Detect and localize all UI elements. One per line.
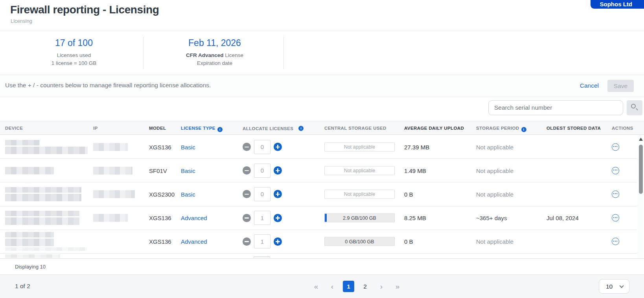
table-scrollbar[interactable] bbox=[638, 135, 644, 258]
expiration-stat: Feb 11, 2026 CFR Advanced License Expira… bbox=[148, 38, 282, 68]
allocate-counter bbox=[243, 234, 282, 248]
central-storage-cell: 0 GB/100 GB bbox=[324, 237, 395, 246]
allocate-input[interactable] bbox=[254, 187, 270, 201]
device-cell bbox=[5, 211, 79, 225]
redacted-device-name bbox=[5, 187, 81, 193]
first-page-button[interactable]: « bbox=[311, 281, 322, 292]
search-input[interactable] bbox=[488, 100, 623, 115]
storage-period-cell: ~365+ days bbox=[476, 215, 507, 221]
increment-button[interactable] bbox=[274, 237, 282, 246]
storage-period-cell: Not applicable bbox=[476, 191, 513, 197]
info-icon[interactable]: i bbox=[298, 126, 304, 131]
stat-divider bbox=[283, 37, 284, 69]
instruction-text: Use the + / - counters below to manage f… bbox=[5, 82, 211, 89]
cancel-button[interactable]: Cancel bbox=[580, 82, 599, 89]
last-page-button[interactable]: » bbox=[392, 281, 403, 292]
page-info: 1 of 2 bbox=[15, 283, 30, 290]
avg-daily-upload-cell: 27.39 MB bbox=[404, 143, 429, 150]
increment-button[interactable] bbox=[274, 190, 282, 198]
allocate-counter bbox=[243, 187, 282, 201]
row-action-icon[interactable] bbox=[612, 143, 619, 151]
save-button[interactable]: Save bbox=[607, 80, 634, 92]
redacted-device-name bbox=[5, 254, 60, 258]
allocate-counter bbox=[243, 140, 282, 154]
row-action-icon[interactable] bbox=[612, 238, 619, 245]
redacted-ip bbox=[93, 167, 132, 175]
license-type-link[interactable]: Advanced bbox=[181, 238, 207, 245]
redacted-ip bbox=[93, 190, 135, 198]
scroll-up-arrow-icon[interactable] bbox=[639, 138, 643, 141]
previous-page-button[interactable]: ‹ bbox=[327, 281, 338, 292]
avg-daily-upload-cell: 0 B bbox=[404, 238, 413, 245]
storage-period-cell: Not applicable bbox=[476, 238, 513, 245]
allocate-input[interactable] bbox=[254, 164, 270, 178]
stat-divider bbox=[143, 37, 144, 69]
table-row-partial bbox=[0, 254, 637, 258]
info-icon[interactable]: i bbox=[217, 127, 223, 132]
info-icon[interactable]: i bbox=[521, 127, 526, 132]
ip-cell bbox=[93, 143, 128, 151]
model-cell: XGS136 bbox=[149, 238, 171, 245]
scrollbar-thumb[interactable] bbox=[639, 145, 643, 194]
decrement-button[interactable] bbox=[243, 190, 251, 198]
expiration-license-label: CFR Advanced License bbox=[148, 52, 282, 59]
page-size-select[interactable]: 10 bbox=[599, 279, 629, 294]
storage-text: Not applicable bbox=[344, 191, 375, 197]
allocate-counter bbox=[243, 164, 282, 178]
row-action-icon[interactable] bbox=[612, 167, 619, 174]
allocate-counter bbox=[243, 211, 282, 225]
page-button-2[interactable]: 2 bbox=[359, 281, 371, 292]
next-page-button[interactable]: › bbox=[376, 281, 387, 292]
displaying-bar: Displaying 10 bbox=[0, 258, 644, 274]
license-type-link[interactable]: Basic bbox=[181, 143, 195, 150]
model-cell: SF01V bbox=[149, 167, 167, 174]
search-row bbox=[0, 97, 644, 121]
actions-cell bbox=[612, 238, 619, 245]
redacted-device-name bbox=[5, 232, 54, 237]
storage-period-cell: Not applicable bbox=[476, 167, 513, 174]
search-button[interactable] bbox=[627, 100, 642, 115]
redacted-device-name bbox=[5, 167, 54, 174]
actions-cell bbox=[612, 190, 619, 198]
column-header-storage: CENTRAL STORAGE USED bbox=[324, 126, 386, 131]
page-button-1[interactable]: 1 bbox=[343, 281, 354, 292]
column-header-license: LICENSE TYPEi bbox=[181, 126, 223, 132]
device-cell bbox=[5, 140, 88, 154]
allocate-input[interactable] bbox=[254, 234, 270, 248]
decrement-button[interactable] bbox=[243, 214, 251, 222]
license-type-link[interactable]: Basic bbox=[181, 167, 195, 174]
central-storage-cell: Not applicable bbox=[324, 189, 395, 199]
decrement-button[interactable] bbox=[243, 143, 251, 151]
allocate-input[interactable] bbox=[254, 140, 270, 154]
license-type-link[interactable]: Basic bbox=[181, 191, 195, 197]
storage-text: 2.9 GB/100 GB bbox=[343, 215, 376, 221]
allocate-input[interactable] bbox=[254, 211, 270, 225]
increment-button[interactable] bbox=[274, 143, 282, 151]
central-storage-cell: 2.9 GB/100 GB bbox=[324, 213, 395, 223]
device-cell bbox=[5, 232, 87, 251]
chevron-down-icon bbox=[619, 283, 624, 288]
table-row: XGS136BasicNot applicable27.39 MBNot app… bbox=[0, 135, 637, 159]
column-header-oldest: OLDEST STORED DATA bbox=[546, 126, 601, 131]
storage-period-cell: Not applicable bbox=[476, 143, 513, 150]
model-cell: XGS136 bbox=[149, 143, 171, 150]
redacted-device-name bbox=[5, 147, 88, 154]
licenses-used-value: 17 of 100 bbox=[7, 38, 141, 48]
redacted-device-name bbox=[5, 194, 81, 201]
redacted-device-name bbox=[5, 211, 79, 216]
column-header-model: MODEL bbox=[149, 126, 166, 131]
row-action-icon[interactable] bbox=[612, 190, 619, 198]
pager: «‹12›» bbox=[311, 281, 403, 292]
table-row: XGS136Advanced2.9 GB/100 GB8.25 MB~365+ … bbox=[0, 206, 637, 230]
license-type-link[interactable]: Advanced bbox=[181, 215, 207, 221]
increment-button[interactable] bbox=[274, 214, 282, 222]
tenant-badge[interactable]: Sophos Ltd bbox=[591, 0, 644, 9]
decrement-button[interactable] bbox=[243, 166, 251, 175]
row-action-icon[interactable] bbox=[612, 214, 619, 222]
redacted-device-name bbox=[5, 239, 54, 246]
decrement-button[interactable] bbox=[243, 237, 251, 246]
avg-daily-upload-cell: 8.25 MB bbox=[404, 215, 426, 221]
column-header-alloc: ALLOCATE LICENSESi bbox=[243, 126, 304, 131]
oldest-stored-data-cell: Jul 08, 2024 bbox=[546, 215, 579, 221]
increment-button[interactable] bbox=[274, 166, 282, 175]
